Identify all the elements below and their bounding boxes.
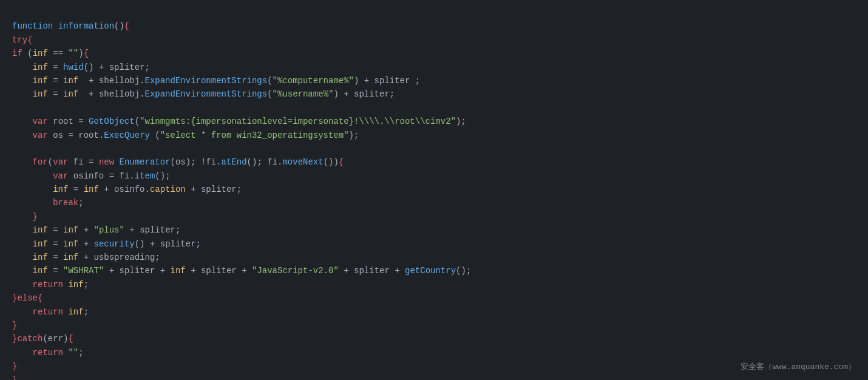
string-computername: "%computername%" <box>273 76 354 86</box>
method-expand-2: ExpandEnvironmentStrings <box>145 89 268 99</box>
keyword-break: break <box>53 198 78 208</box>
string-empty-2: "" <box>68 348 78 358</box>
call-getobject: GetObject <box>89 117 135 126</box>
keyword-if: if <box>12 49 22 58</box>
prop-caption: caption <box>150 185 186 194</box>
string-empty: "" <box>68 49 78 58</box>
keyword-var-root: var <box>33 117 48 126</box>
keyword-try: try <box>12 35 27 45</box>
call-hwid: hwid <box>63 63 84 72</box>
var-inf-5: inf <box>53 185 68 194</box>
keyword-return-3: return <box>33 348 63 358</box>
call-enumerator: Enumerator <box>120 157 171 167</box>
string-username: "%username%" <box>273 89 334 99</box>
var-inf-9: inf <box>33 266 48 276</box>
code-block: function information(){ try{ if (inf == … <box>0 0 868 380</box>
keyword-return-2: return <box>33 307 63 317</box>
string-select: "select * from win32_operatingsystem" <box>160 131 349 140</box>
var-inf-2: inf <box>33 63 48 72</box>
method-movenext: moveNext <box>282 157 323 167</box>
method-atend: atEnd <box>222 157 247 167</box>
keyword-catch: catch <box>17 334 42 344</box>
keyword-return-1: return <box>33 280 63 290</box>
function-name-information: information <box>58 21 114 31</box>
string-wshrat: "WSHRAT" <box>63 266 104 276</box>
keyword-for: for <box>33 157 48 167</box>
keyword-function: function <box>12 21 53 31</box>
watermark: 安全客（www.anquanke.com） <box>741 361 856 374</box>
keyword-var-os: var <box>33 131 48 140</box>
call-getcountry: getCountry <box>405 266 456 276</box>
var-inf-1: inf <box>33 49 48 58</box>
method-expand-1: ExpandEnvironmentStrings <box>145 76 268 86</box>
var-inf-4: inf <box>33 89 48 99</box>
method-execquery: ExecQuery <box>104 131 150 140</box>
var-inf-8: inf <box>33 253 48 262</box>
method-item: item <box>135 171 155 181</box>
call-security: security <box>93 239 134 249</box>
var-inf-6: inf <box>33 225 48 235</box>
var-inf-7: inf <box>33 239 48 249</box>
string-plus: "plus" <box>93 225 124 235</box>
string-winmgmts: "winmgmts:{impersonationlevel=impersonat… <box>140 117 456 126</box>
keyword-else: else <box>17 293 38 303</box>
var-inf-3: inf <box>33 76 48 86</box>
string-jsversion: "JavaScript-v2.0" <box>252 266 339 276</box>
